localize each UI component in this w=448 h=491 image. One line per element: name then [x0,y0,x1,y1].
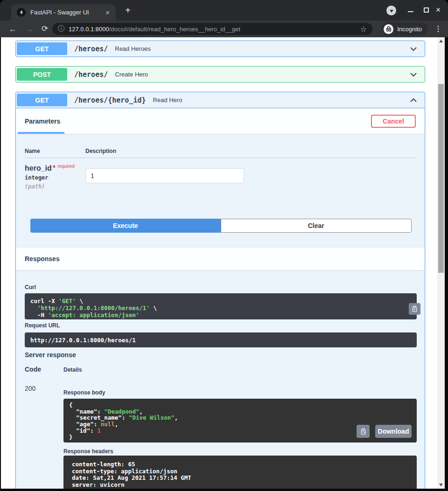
json-row: "secret_name": "Dive Wilson", [69,415,411,421]
page-scrollbar[interactable] [437,37,445,489]
curl-line: 'http://127.0.0.1:8000/heroes/1' \ [30,304,398,311]
header-line: content-length: 65 [72,461,411,468]
param-location: (path) [25,183,45,190]
required-label: required [57,164,75,169]
name-column-header: Name [25,148,40,154]
minimize-button[interactable] [408,11,413,12]
parameters-header-bar: Parameters Cancel [16,109,425,134]
bookmark-star-icon[interactable]: ☆ [360,25,367,34]
endpoint-path: /heroes/ [74,70,108,79]
header-line: content-type: application/json [72,468,411,475]
reload-icon[interactable]: ⟳ [39,24,50,34]
url-text: 127.0.0.1:8000/docs#/default/read_hero_h… [69,26,240,33]
new-tab-button[interactable]: + [122,6,133,15]
active-tab-underline [18,132,64,134]
browser-toolbar: ← → ⟳ ⓘ 127.0.0.1:8000/docs#/default/rea… [0,21,448,37]
json-row: "name": "Deadpond", [69,408,411,415]
download-button[interactable]: Download [375,425,412,438]
chevron-up-icon[interactable] [409,96,418,105]
opblock-summary-post-heroes[interactable]: POST /heroes/ Create Hero [16,67,425,82]
curl-line: -H 'accept: application/json' [30,311,398,318]
description-column-header: Description [85,148,116,154]
opblock-get-hero-by-id: GET /heroes/{hero_id} Read Hero Paramete… [15,92,425,489]
fastapi-favicon-icon [17,8,26,17]
site-info-icon[interactable]: ⓘ [58,25,64,33]
method-badge-get: GET [17,42,67,55]
table-header-divider [25,158,416,158]
request-url-block: http://127.0.0.1:8000/heroes/1 [25,332,417,347]
url-bar[interactable]: ⓘ 127.0.0.1:8000/docs#/default/read_hero… [52,23,372,35]
browser-menu-icon[interactable]: ⋮ [434,24,442,34]
tab-parameters[interactable]: Parameters [25,118,60,125]
url-path: /docs#/default/read_hero_heroes__hero_id… [109,26,240,33]
endpoint-summary: Read Hero [153,97,182,104]
endpoint-summary: Create Hero [115,71,148,78]
incognito-label: Incognito [397,26,422,33]
responses-title: Responses [25,255,60,263]
status-code: 200 [25,385,35,392]
forward-icon[interactable]: → [23,24,35,34]
endpoint-path: /heroes/ [74,45,108,53]
tab-title: FastAPI - Swagger UI [30,9,103,16]
scrollbar-thumb[interactable] [438,84,444,273]
scroll-up-icon[interactable] [439,40,443,42]
endpoint-summary: Read Heroes [115,45,151,52]
execute-row: Execute Clear [30,219,412,233]
swagger-page: GET /heroes/ Read Heroes POST /heroes/ C… [1,37,445,489]
server-response-label: Server response [25,351,76,359]
chevron-down-icon[interactable] [409,70,418,79]
hero-id-input[interactable] [85,168,244,183]
tab-close-icon[interactable]: × [103,8,112,17]
code-column-header: Code [25,366,41,373]
curl-line: curl -X 'GET' \ [30,297,398,304]
back-icon[interactable]: ← [7,24,18,34]
header-line: date: Sat,21 Aug 2021 17:57:14 GMT [72,475,411,482]
opblock-post-heroes: POST /heroes/ Create Hero [15,66,425,83]
details-column-header: Details [63,367,82,373]
incognito-badge: Incognito [382,22,427,35]
execute-button[interactable]: Execute [30,219,221,233]
param-name: hero_id*required [25,164,75,173]
scroll-down-icon[interactable] [439,484,443,486]
responses-header-bar: Responses [16,248,425,270]
required-asterisk: * [53,164,56,172]
opblock-summary-get-heroes[interactable]: GET /heroes/ Read Heroes [16,41,425,56]
method-badge-get: GET [17,94,67,106]
browser-profile-icon[interactable] [386,6,396,15]
response-headers-block: content-length: 65content-type: applicat… [63,456,417,489]
chevron-down-icon[interactable] [409,44,418,54]
response-body-label: Response body [63,389,105,396]
copy-curl-button[interactable] [409,303,420,315]
opblock-get-heroes: GET /heroes/ Read Heroes [15,41,425,57]
browser-window: FastAPI - Swagger UI × + × ← → ⟳ ⓘ 127.0… [0,0,448,491]
request-url-label: Request URL [25,322,60,329]
param-type: integer [25,174,49,181]
opblock-summary-get-hero-by-id[interactable]: GET /heroes/{hero_id} Read Hero [16,92,425,108]
close-window-button[interactable]: × [433,5,443,15]
browser-tab[interactable]: FastAPI - Swagger UI × [11,4,116,21]
cancel-button[interactable]: Cancel [371,115,416,128]
url-host: 127.0.0.1:8000 [69,26,109,33]
method-badge-post: POST [17,68,67,81]
header-line: server: uvicorn [72,482,411,489]
response-headers-label: Response headers [63,448,113,455]
maximize-button[interactable] [424,7,429,13]
curl-label: Curl [25,284,36,290]
browser-titlebar: FastAPI - Swagger UI × + × [0,0,448,21]
incognito-icon [384,24,393,34]
clear-button[interactable]: Clear [221,219,412,233]
curl-command-block: curl -X 'GET' \ 'http://127.0.0.1:8000/h… [25,293,417,319]
copy-response-button[interactable] [357,425,370,438]
endpoint-path: /heroes/{hero_id} [74,96,146,104]
